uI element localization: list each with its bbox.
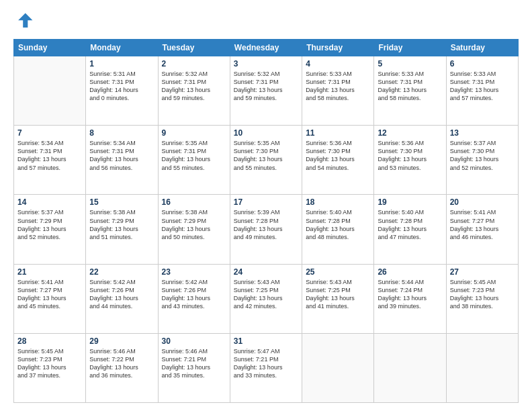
day-number: 12 [378, 128, 442, 138]
calendar-cell: 26Sunrise: 5:44 AM Sunset: 7:24 PM Dayli… [374, 264, 446, 333]
header-day-monday: Monday [86, 40, 158, 56]
header-day-tuesday: Tuesday [158, 40, 230, 56]
day-info: Sunrise: 5:33 AM Sunset: 7:31 PM Dayligh… [378, 70, 442, 103]
day-number: 15 [89, 197, 154, 207]
day-number: 8 [89, 128, 154, 138]
logo [13, 11, 38, 32]
day-info: Sunrise: 5:47 AM Sunset: 7:21 PM Dayligh… [234, 347, 298, 380]
calendar-cell: 27Sunrise: 5:45 AM Sunset: 7:23 PM Dayli… [446, 264, 518, 333]
calendar-cell: 25Sunrise: 5:43 AM Sunset: 7:25 PM Dayli… [302, 264, 374, 333]
day-number: 6 [450, 59, 515, 68]
calendar-cell [446, 333, 518, 402]
calendar-cell [374, 333, 446, 402]
day-info: Sunrise: 5:33 AM Sunset: 7:31 PM Dayligh… [450, 70, 515, 103]
day-number: 1 [89, 59, 154, 68]
calendar-cell: 24Sunrise: 5:43 AM Sunset: 7:25 PM Dayli… [230, 264, 302, 333]
header-day-friday: Friday [374, 40, 446, 56]
day-info: Sunrise: 5:43 AM Sunset: 7:25 PM Dayligh… [234, 278, 298, 311]
day-number: 10 [234, 128, 298, 138]
calendar-cell: 21Sunrise: 5:41 AM Sunset: 7:27 PM Dayli… [14, 264, 86, 333]
calendar-cell: 31Sunrise: 5:47 AM Sunset: 7:21 PM Dayli… [230, 333, 302, 402]
day-number: 20 [450, 197, 515, 207]
calendar-cell: 7Sunrise: 5:34 AM Sunset: 7:31 PM Daylig… [14, 126, 86, 195]
calendar-cell: 2Sunrise: 5:32 AM Sunset: 7:31 PM Daylig… [158, 56, 230, 126]
day-info: Sunrise: 5:39 AM Sunset: 7:28 PM Dayligh… [234, 208, 298, 241]
calendar-week-0: 1Sunrise: 5:31 AM Sunset: 7:31 PM Daylig… [14, 56, 519, 126]
calendar-cell: 9Sunrise: 5:35 AM Sunset: 7:31 PM Daylig… [158, 126, 230, 195]
calendar-cell: 4Sunrise: 5:33 AM Sunset: 7:31 PM Daylig… [302, 56, 374, 126]
day-info: Sunrise: 5:34 AM Sunset: 7:31 PM Dayligh… [89, 139, 154, 172]
calendar-cell: 30Sunrise: 5:46 AM Sunset: 7:21 PM Dayli… [158, 333, 230, 402]
calendar-cell: 28Sunrise: 5:45 AM Sunset: 7:23 PM Dayli… [14, 333, 86, 402]
svg-marker-0 [18, 13, 32, 28]
day-info: Sunrise: 5:37 AM Sunset: 7:30 PM Dayligh… [450, 139, 515, 172]
calendar-cell: 22Sunrise: 5:42 AM Sunset: 7:26 PM Dayli… [86, 264, 158, 333]
calendar-cell: 23Sunrise: 5:42 AM Sunset: 7:26 PM Dayli… [158, 264, 230, 333]
calendar-table: SundayMondayTuesdayWednesdayThursdayFrid… [13, 39, 519, 403]
day-info: Sunrise: 5:42 AM Sunset: 7:26 PM Dayligh… [89, 278, 154, 311]
day-number: 7 [17, 128, 82, 138]
day-number: 25 [306, 267, 370, 277]
day-info: Sunrise: 5:44 AM Sunset: 7:24 PM Dayligh… [378, 278, 442, 311]
calendar-cell: 3Sunrise: 5:32 AM Sunset: 7:31 PM Daylig… [230, 56, 302, 126]
day-number: 21 [17, 267, 82, 277]
day-info: Sunrise: 5:35 AM Sunset: 7:31 PM Dayligh… [162, 139, 226, 172]
day-number: 23 [162, 267, 226, 277]
day-number: 13 [450, 128, 515, 138]
calendar-week-4: 28Sunrise: 5:45 AM Sunset: 7:23 PM Dayli… [14, 333, 519, 402]
calendar-cell: 13Sunrise: 5:37 AM Sunset: 7:30 PM Dayli… [446, 126, 518, 195]
day-info: Sunrise: 5:36 AM Sunset: 7:30 PM Dayligh… [306, 139, 370, 172]
calendar-week-1: 7Sunrise: 5:34 AM Sunset: 7:31 PM Daylig… [14, 126, 519, 195]
day-info: Sunrise: 5:46 AM Sunset: 7:22 PM Dayligh… [89, 347, 154, 380]
day-info: Sunrise: 5:45 AM Sunset: 7:23 PM Dayligh… [17, 347, 82, 380]
day-number: 11 [306, 128, 370, 138]
day-number: 14 [17, 197, 82, 207]
calendar-cell: 29Sunrise: 5:46 AM Sunset: 7:22 PM Dayli… [86, 333, 158, 402]
day-info: Sunrise: 5:46 AM Sunset: 7:21 PM Dayligh… [162, 347, 226, 380]
header-day-saturday: Saturday [446, 40, 518, 56]
day-number: 29 [89, 336, 154, 346]
day-number: 5 [378, 59, 442, 68]
page: SundayMondayTuesdayWednesdayThursdayFrid… [0, 0, 532, 411]
calendar-cell: 19Sunrise: 5:40 AM Sunset: 7:28 PM Dayli… [374, 195, 446, 264]
calendar-cell: 20Sunrise: 5:41 AM Sunset: 7:27 PM Dayli… [446, 195, 518, 264]
day-info: Sunrise: 5:45 AM Sunset: 7:23 PM Dayligh… [450, 278, 515, 311]
day-info: Sunrise: 5:32 AM Sunset: 7:31 PM Dayligh… [162, 70, 226, 103]
day-number: 3 [234, 59, 298, 68]
day-info: Sunrise: 5:42 AM Sunset: 7:26 PM Dayligh… [162, 278, 226, 311]
day-number: 28 [17, 336, 82, 346]
day-info: Sunrise: 5:38 AM Sunset: 7:29 PM Dayligh… [162, 208, 226, 241]
calendar-week-3: 21Sunrise: 5:41 AM Sunset: 7:27 PM Dayli… [14, 264, 519, 333]
day-number: 22 [89, 267, 154, 277]
header-day-wednesday: Wednesday [230, 40, 302, 56]
logo-icon [13, 11, 35, 32]
day-number: 16 [162, 197, 226, 207]
day-info: Sunrise: 5:37 AM Sunset: 7:29 PM Dayligh… [17, 208, 82, 241]
calendar-cell: 6Sunrise: 5:33 AM Sunset: 7:31 PM Daylig… [446, 56, 518, 126]
day-info: Sunrise: 5:40 AM Sunset: 7:28 PM Dayligh… [378, 208, 442, 241]
header-day-sunday: Sunday [14, 40, 86, 56]
header [13, 11, 519, 32]
day-info: Sunrise: 5:35 AM Sunset: 7:30 PM Dayligh… [234, 139, 298, 172]
calendar-cell: 16Sunrise: 5:38 AM Sunset: 7:29 PM Dayli… [158, 195, 230, 264]
day-info: Sunrise: 5:38 AM Sunset: 7:29 PM Dayligh… [89, 208, 154, 241]
day-number: 31 [234, 336, 298, 346]
day-info: Sunrise: 5:41 AM Sunset: 7:27 PM Dayligh… [450, 208, 515, 241]
calendar-cell: 11Sunrise: 5:36 AM Sunset: 7:30 PM Dayli… [302, 126, 374, 195]
day-info: Sunrise: 5:31 AM Sunset: 7:31 PM Dayligh… [89, 70, 154, 103]
day-info: Sunrise: 5:41 AM Sunset: 7:27 PM Dayligh… [17, 278, 82, 311]
day-number: 24 [234, 267, 298, 277]
calendar-cell [14, 56, 86, 126]
day-info: Sunrise: 5:36 AM Sunset: 7:30 PM Dayligh… [378, 139, 442, 172]
calendar-cell: 15Sunrise: 5:38 AM Sunset: 7:29 PM Dayli… [86, 195, 158, 264]
calendar-cell: 17Sunrise: 5:39 AM Sunset: 7:28 PM Dayli… [230, 195, 302, 264]
day-number: 18 [306, 197, 370, 207]
calendar-cell: 14Sunrise: 5:37 AM Sunset: 7:29 PM Dayli… [14, 195, 86, 264]
day-info: Sunrise: 5:43 AM Sunset: 7:25 PM Dayligh… [306, 278, 370, 311]
day-info: Sunrise: 5:40 AM Sunset: 7:28 PM Dayligh… [306, 208, 370, 241]
day-number: 27 [450, 267, 515, 277]
calendar-cell: 18Sunrise: 5:40 AM Sunset: 7:28 PM Dayli… [302, 195, 374, 264]
day-number: 9 [162, 128, 226, 138]
calendar-header-row: SundayMondayTuesdayWednesdayThursdayFrid… [14, 40, 519, 56]
day-info: Sunrise: 5:34 AM Sunset: 7:31 PM Dayligh… [17, 139, 82, 172]
